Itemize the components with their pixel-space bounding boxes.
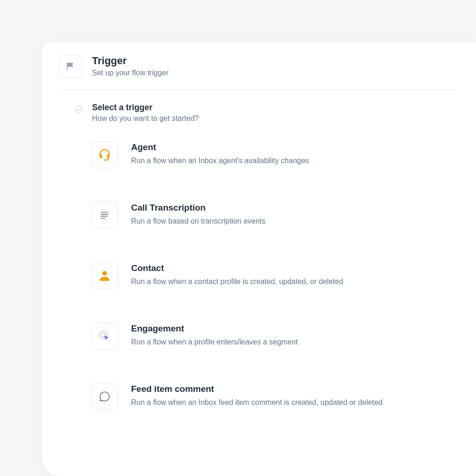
trigger-panel: Trigger Set up your flow trigger Select … (42, 42, 476, 476)
trigger-option-engagement[interactable]: Engagement Run a flow when a profile ent… (91, 323, 457, 350)
option-desc: Run a flow when an Inbox feed item comme… (131, 397, 457, 408)
svg-point-1 (104, 159, 105, 161)
cursor-target-icon (98, 329, 112, 343)
option-title: Agent (131, 142, 457, 152)
option-text: Feed item comment Run a flow when an Inb… (131, 383, 457, 408)
section-header: Select a trigger How do you want to get … (74, 103, 457, 123)
option-icon-box (91, 323, 118, 350)
check-circle-icon (74, 105, 84, 114)
option-title: Feed item comment (131, 384, 457, 394)
option-text: Call Transcription Run a flow based on t… (131, 202, 457, 227)
option-title: Call Transcription (131, 203, 457, 213)
trigger-option-call-transcription[interactable]: Call Transcription Run a flow based on t… (91, 202, 457, 229)
header-subtitle: Set up your flow trigger (92, 69, 457, 77)
select-trigger-section: Select a trigger How do you want to get … (94, 103, 457, 410)
option-text: Contact Run a flow when a contact profil… (131, 262, 457, 287)
option-text: Engagement Run a flow when a profile ent… (131, 323, 457, 348)
option-icon-box (91, 202, 118, 229)
panel-header: Trigger Set up your flow trigger (59, 55, 457, 90)
option-icon-box (91, 141, 118, 168)
option-title: Engagement (131, 324, 457, 334)
section-subtitle: How do you want to get started? (92, 114, 198, 123)
flag-icon-box (59, 55, 82, 78)
trigger-option-contact[interactable]: Contact Run a flow when a contact profil… (91, 262, 457, 289)
headset-icon (98, 148, 112, 162)
section-title: Select a trigger (92, 103, 198, 112)
trigger-options: Agent Run a flow when an Inbox agent's a… (91, 141, 457, 410)
person-icon (98, 269, 112, 283)
option-desc: Run a flow based on transcription events (131, 216, 457, 227)
option-title: Contact (131, 263, 457, 273)
option-text: Agent Run a flow when an Inbox agent's a… (131, 141, 457, 166)
outer-container: Trigger Set up your flow trigger Select … (0, 0, 476, 476)
section-header-text: Select a trigger How do you want to get … (92, 103, 198, 123)
option-desc: Run a flow when a profile enters/leaves … (131, 337, 457, 348)
flag-icon (65, 61, 75, 72)
header-title: Trigger (92, 55, 457, 67)
option-icon-box (91, 383, 118, 410)
option-icon-box (91, 262, 118, 289)
option-desc: Run a flow when a contact profile is cre… (131, 276, 457, 287)
trigger-option-feed-item-comment[interactable]: Feed item comment Run a flow when an Inb… (91, 383, 457, 410)
trigger-option-agent[interactable]: Agent Run a flow when an Inbox agent's a… (91, 141, 457, 168)
header-text: Trigger Set up your flow trigger (92, 55, 457, 77)
svg-point-6 (102, 271, 107, 276)
comment-icon (99, 390, 111, 403)
transcript-icon (99, 209, 111, 221)
option-desc: Run a flow when an Inbox agent's availab… (131, 155, 457, 166)
